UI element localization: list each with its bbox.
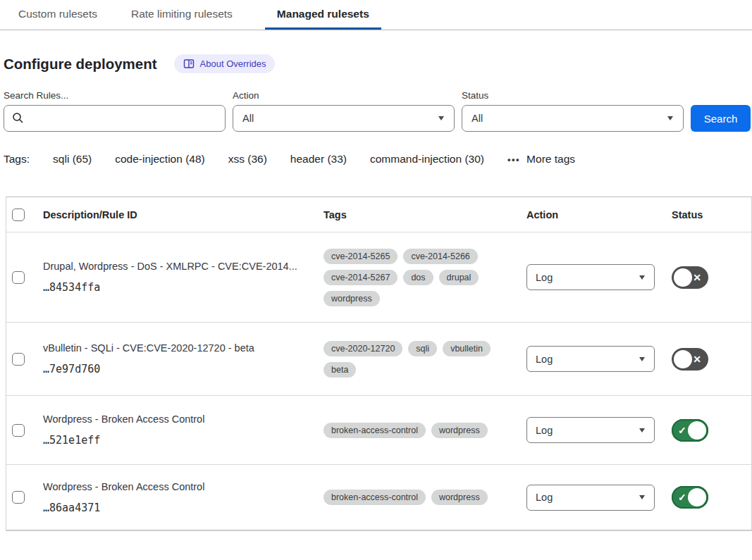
- rule-status-toggle[interactable]: ✓ ✕: [672, 486, 708, 509]
- action-filter-label: Action: [233, 90, 455, 101]
- rule-action-value: Log: [536, 425, 553, 436]
- row-checkbox[interactable]: [12, 271, 25, 284]
- rule-status-toggle[interactable]: ✓ ✕: [672, 419, 708, 442]
- tag-filter-xss[interactable]: xss (36): [228, 153, 267, 166]
- action-filter-value: All: [242, 113, 254, 124]
- table-header-row: Description/Rule ID Tags Action Status: [6, 197, 751, 232]
- rule-status-toggle[interactable]: ✓ ✕: [672, 266, 708, 289]
- rule-action-select[interactable]: Log: [526, 485, 655, 511]
- rule-action-value: Log: [536, 492, 553, 503]
- chevron-down-icon: [667, 116, 673, 120]
- rule-action-value: Log: [536, 272, 553, 283]
- search-rules-input[interactable]: [4, 105, 226, 132]
- more-tags-label: More tags: [526, 153, 575, 166]
- select-all-checkbox[interactable]: [12, 209, 25, 221]
- table-row: vBulletin - SQLi - CVE:CVE-2020-12720 - …: [6, 323, 751, 396]
- table-row: Drupal, Wordpress - DoS - XMLRPC - CVE:C…: [6, 232, 751, 323]
- about-overrides-badge[interactable]: About Overrides: [174, 54, 276, 73]
- chevron-down-icon: [438, 116, 444, 120]
- col-header-action: Action: [521, 209, 663, 220]
- rule-id: …84534ffa: [43, 281, 305, 294]
- rule-title: Drupal, Wordpress - DoS - XMLRPC - CVE:C…: [43, 261, 305, 272]
- x-icon: ✕: [693, 271, 701, 282]
- check-icon: ✓: [678, 492, 686, 503]
- rule-id: …86aa4371: [43, 502, 305, 514]
- about-overrides-label: About Overrides: [200, 58, 266, 69]
- more-tags-button[interactable]: ••• More tags: [507, 153, 575, 166]
- tag-pill: sqli: [408, 341, 437, 356]
- tag-pill: drupal: [439, 270, 479, 285]
- rule-id: …521e1eff: [43, 434, 305, 447]
- page-title: Configure deployment: [4, 56, 157, 73]
- tags-bar-label: Tags:: [4, 153, 30, 166]
- rule-title: Wordpress - Broken Access Control: [43, 413, 305, 425]
- ruleset-tabbar: Custom rulesets Rate limiting rulesets M…: [0, 0, 752, 30]
- rule-id: …7e97d760: [43, 363, 305, 375]
- rules-table: Description/Rule ID Tags Action Status D…: [6, 197, 752, 531]
- tags-bar: Tags: sqli (65) code-injection (48) xss …: [4, 153, 752, 166]
- status-filter-value: All: [471, 113, 483, 124]
- action-filter-select[interactable]: All: [233, 105, 455, 132]
- rule-title: Wordpress - Broken Access Control: [43, 481, 305, 492]
- x-icon: ✕: [693, 353, 701, 364]
- toggle-knob: [688, 421, 706, 440]
- tag-pill: cve-2014-5266: [403, 249, 477, 264]
- chevron-down-icon: [639, 495, 645, 499]
- tag-pill: wordpress: [431, 423, 488, 438]
- tag-filter-code-injection[interactable]: code-injection (48): [115, 153, 205, 166]
- tag-filter-sqli[interactable]: sqli (65): [53, 153, 92, 166]
- search-button[interactable]: Search: [691, 105, 751, 132]
- status-filter-label: Status: [462, 90, 684, 101]
- tag-pill: dos: [403, 270, 433, 285]
- tab-managed-rulesets[interactable]: Managed rulesets: [265, 0, 381, 30]
- tag-pill: broken-access-control: [323, 423, 426, 438]
- col-header-tags: Tags: [315, 209, 521, 220]
- check-icon: ✓: [678, 424, 686, 435]
- tag-filter-header[interactable]: header (33): [290, 153, 347, 166]
- tag-pill: wordpress: [431, 490, 488, 505]
- search-icon: [12, 112, 24, 127]
- rule-action-select[interactable]: Log: [526, 417, 655, 443]
- tab-rate-limiting-rulesets[interactable]: Rate limiting rulesets: [130, 0, 234, 30]
- tag-pill: wordpress: [323, 291, 380, 306]
- row-checkbox[interactable]: [12, 353, 25, 366]
- tag-pill: vbulletin: [443, 341, 491, 356]
- tag-pill: cve-2014-5265: [323, 249, 397, 264]
- book-icon: [183, 58, 195, 69]
- chevron-down-icon: [639, 357, 645, 361]
- rule-action-select[interactable]: Log: [526, 346, 655, 372]
- filters-row: Search Rules... Action All Status All Se…: [4, 90, 752, 132]
- rule-status-toggle[interactable]: ✓ ✕: [672, 348, 708, 371]
- tag-filter-command-injection[interactable]: command-injection (30): [370, 153, 484, 166]
- search-rules-label: Search Rules...: [4, 90, 226, 101]
- toggle-knob: [674, 350, 692, 368]
- rule-action-select[interactable]: Log: [526, 264, 655, 290]
- col-header-description: Description/Rule ID: [37, 209, 315, 220]
- row-checkbox[interactable]: [12, 491, 25, 504]
- toggle-knob: [688, 488, 706, 506]
- rule-title: vBulletin - SQLi - CVE:CVE-2020-12720 - …: [43, 342, 305, 354]
- tab-custom-rulesets[interactable]: Custom rulesets: [17, 0, 99, 30]
- table-row: Wordpress - Broken Access Control …86aa4…: [6, 465, 751, 530]
- row-checkbox[interactable]: [12, 424, 25, 437]
- chevron-down-icon: [639, 275, 645, 280]
- status-filter-select[interactable]: All: [462, 105, 684, 132]
- tag-pill: beta: [323, 362, 356, 378]
- tag-pill: cve-2014-5267: [323, 270, 397, 285]
- ellipsis-icon: •••: [507, 154, 520, 165]
- col-header-status: Status: [663, 209, 751, 220]
- toggle-knob: [674, 268, 692, 287]
- tag-pill: broken-access-control: [323, 490, 426, 505]
- chevron-down-icon: [639, 428, 645, 433]
- tag-pill: cve-2020-12720: [323, 341, 402, 356]
- heading-row: Configure deployment About Overrides: [4, 54, 752, 73]
- table-row: Wordpress - Broken Access Control …521e1…: [6, 396, 751, 465]
- rule-action-value: Log: [536, 354, 553, 365]
